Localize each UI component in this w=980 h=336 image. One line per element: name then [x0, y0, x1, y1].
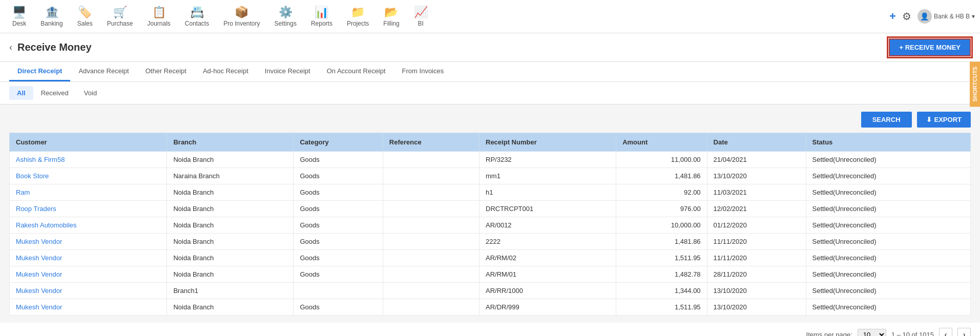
- cell-date: 13/10/2020: [707, 168, 806, 184]
- sub-tab-all[interactable]: All: [9, 86, 33, 100]
- journals-icon: 📋: [152, 6, 166, 19]
- table-row: Mukesh VendorNoida BranchGoods22221,481.…: [10, 234, 971, 250]
- tab-invoice-receipt[interactable]: Invoice Receipt: [257, 62, 319, 81]
- nav-item-contacts[interactable]: 📇 Contacts: [178, 0, 216, 33]
- settings-icon: ⚙️: [279, 6, 293, 19]
- banking-icon: 🏦: [45, 6, 59, 19]
- tab-from-invoices[interactable]: From Invoices: [394, 62, 452, 81]
- projects-label: Projects: [347, 20, 369, 27]
- col-header-category: Category: [294, 133, 383, 152]
- user-menu[interactable]: 👤 Bank & HB B ▾: [918, 9, 975, 24]
- table-row: Book StoreNaraina BranchGoodsmm11,481.86…: [10, 168, 971, 184]
- table-row: RamNoida BranchGoodsh192.0011/03/2021Set…: [10, 184, 971, 201]
- col-header-date: Date: [707, 133, 806, 152]
- back-button[interactable]: ‹: [9, 42, 12, 53]
- col-header-receipt-number: Receipt Number: [479, 133, 616, 152]
- pagination-range: 1 – 10 of 1015: [891, 331, 934, 337]
- cell-reference: [383, 217, 479, 234]
- cell-customer[interactable]: Mukesh Vendor: [10, 299, 167, 316]
- tab-other-receipt[interactable]: Other Receipt: [137, 62, 195, 81]
- cell-status: Settled(Unreconciled): [806, 168, 970, 184]
- pagination-next-button[interactable]: ›: [957, 328, 971, 336]
- tab-advance-receipt[interactable]: Advance Receipt: [70, 62, 137, 81]
- cell-date: 11/11/2020: [707, 234, 806, 250]
- sub-tab-void[interactable]: Void: [76, 86, 105, 100]
- settings-label: Settings: [275, 20, 297, 27]
- cell-reference: [383, 168, 479, 184]
- cell-date: 13/10/2020: [707, 299, 806, 316]
- cell-category: Goods: [294, 299, 383, 316]
- cell-amount: 1,481.86: [616, 168, 707, 184]
- cell-customer[interactable]: Mukesh Vendor: [10, 250, 167, 266]
- cell-amount: 1,482.78: [616, 266, 707, 283]
- nav-item-banking[interactable]: 🏦 Banking: [33, 0, 70, 33]
- tab-direct-receipt[interactable]: Direct Receipt: [9, 62, 70, 81]
- nav-item-sales[interactable]: 🏷️ Sales: [70, 0, 100, 33]
- table-body: Ashish & Firm58Noida BranchGoodsRP/32321…: [10, 152, 971, 316]
- cell-branch: Noida Branch: [167, 250, 294, 266]
- cell-category: Goods: [294, 184, 383, 201]
- cell-status: Settled(Unreconciled): [806, 283, 970, 299]
- chevron-down-icon: ▾: [972, 13, 975, 20]
- cell-reference: [383, 266, 479, 283]
- search-button[interactable]: SEARCH: [861, 112, 912, 128]
- cell-customer[interactable]: Mukesh Vendor: [10, 266, 167, 283]
- nav-item-purchase[interactable]: 🛒 Purchase: [100, 0, 140, 33]
- cell-customer[interactable]: Mukesh Vendor: [10, 234, 167, 250]
- banking-label: Banking: [40, 20, 62, 27]
- plus-button[interactable]: +: [889, 10, 896, 23]
- cell-customer[interactable]: Book Store: [10, 168, 167, 184]
- cell-customer[interactable]: Ashish & Firm58: [10, 152, 167, 168]
- cell-reference: [383, 201, 479, 217]
- nav-item-desk[interactable]: 🖥️ Desk: [5, 0, 33, 33]
- cell-customer[interactable]: Ram: [10, 184, 167, 201]
- cell-reference: [383, 184, 479, 201]
- cell-reference: [383, 283, 479, 299]
- shortcuts-tab[interactable]: SHORTCUTS: [970, 61, 980, 107]
- table-row: Ashish & Firm58Noida BranchGoodsRP/32321…: [10, 152, 971, 168]
- bi-icon: 📈: [414, 6, 428, 19]
- cell-customer[interactable]: Roop Traders: [10, 201, 167, 217]
- nav-item-journals[interactable]: 📋 Journals: [140, 0, 177, 33]
- nav-item-projects[interactable]: 📁 Projects: [340, 0, 376, 33]
- col-header-amount: Amount: [616, 133, 707, 152]
- cell-receipt_number: AR/RR/1000: [479, 283, 616, 299]
- items-per-page-select[interactable]: 102550100: [858, 329, 886, 337]
- cell-receipt_number: AR/0012: [479, 217, 616, 234]
- nav-item-reports[interactable]: 📊 Reports: [304, 0, 340, 33]
- cell-status: Settled(Unreconciled): [806, 266, 970, 283]
- journals-label: Journals: [147, 20, 170, 27]
- cell-customer[interactable]: Mukesh Vendor: [10, 283, 167, 299]
- tab-ad-hoc-receipt[interactable]: Ad-hoc Receipt: [195, 62, 257, 81]
- cell-category: Goods: [294, 201, 383, 217]
- cell-receipt_number: 2222: [479, 234, 616, 250]
- cell-receipt_number: AR/RM/02: [479, 250, 616, 266]
- settings-icon[interactable]: ⚙: [902, 10, 911, 23]
- pagination-prev-button[interactable]: ‹: [939, 328, 952, 336]
- export-label: EXPORT: [934, 116, 962, 123]
- export-button[interactable]: ⬇ EXPORT: [917, 112, 971, 128]
- table-row: Mukesh VendorNoida BranchGoodsAR/RM/011,…: [10, 266, 971, 283]
- nav-item-bi[interactable]: 📈 BI: [407, 0, 435, 33]
- nav-item-filling[interactable]: 📂 Filling: [376, 0, 406, 33]
- nav-item-settings[interactable]: ⚙️ Settings: [267, 0, 304, 33]
- nav-item-pro-inventory[interactable]: 📦 Pro Inventory: [216, 0, 267, 33]
- cell-status: Settled(Unreconciled): [806, 299, 970, 316]
- col-header-status: Status: [806, 133, 970, 152]
- tabs-row: Direct ReceiptAdvance ReceiptOther Recei…: [0, 62, 980, 82]
- cell-category: Goods: [294, 168, 383, 184]
- tab-on-account-receipt[interactable]: On Account Receipt: [319, 62, 394, 81]
- receive-money-button[interactable]: + RECEIVE MONEY: [889, 38, 971, 56]
- cell-date: 12/02/2021: [707, 201, 806, 217]
- contacts-icon: 📇: [190, 6, 204, 19]
- cell-receipt_number: RP/3232: [479, 152, 616, 168]
- cell-status: Settled(Unreconciled): [806, 201, 970, 217]
- avatar: 👤: [918, 9, 932, 24]
- cell-date: 01/12/2020: [707, 217, 806, 234]
- cell-customer[interactable]: Rakesh Automobiles: [10, 217, 167, 234]
- pagination-row: Items per page: 102550100 1 – 10 of 1015…: [0, 323, 980, 336]
- page-header: ‹ Receive Money + RECEIVE MONEY: [0, 33, 980, 62]
- cell-category: Goods: [294, 266, 383, 283]
- sub-tab-received[interactable]: Received: [33, 86, 76, 100]
- contacts-label: Contacts: [185, 20, 209, 27]
